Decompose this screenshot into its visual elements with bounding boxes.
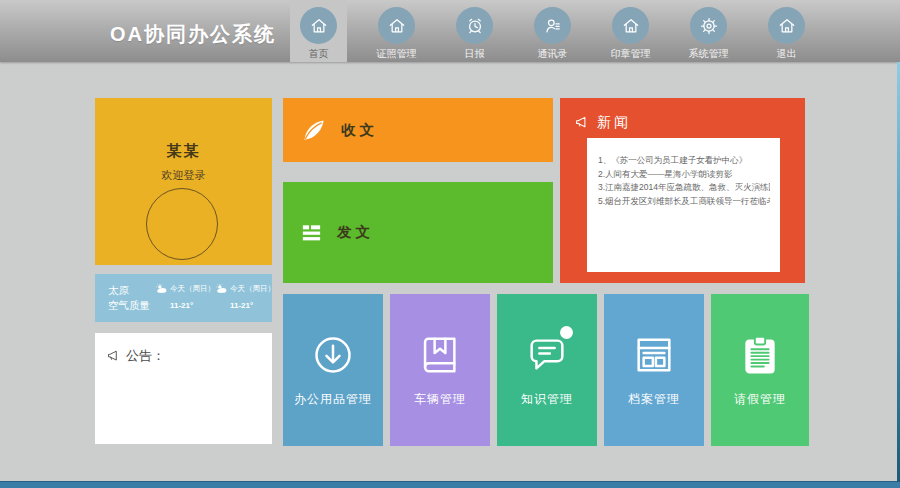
welcome-text: 欢迎登录 xyxy=(95,168,272,183)
module-archives[interactable]: 档案管理 xyxy=(604,294,704,446)
book-icon xyxy=(390,332,490,378)
notice-title: 公告： xyxy=(126,347,165,365)
weather-temp: 11-21° xyxy=(170,301,215,310)
nav-item-label: 退出 xyxy=(777,47,797,61)
sun-cloud-icon xyxy=(215,283,228,294)
avatar-placeholder-circle xyxy=(146,188,218,260)
nav-item-licenses[interactable]: 证照管理 xyxy=(368,0,425,62)
home-icon xyxy=(612,7,649,44)
megaphone-icon xyxy=(574,114,592,132)
home-icon xyxy=(378,7,415,44)
module-label: 办公用品管理 xyxy=(283,391,383,408)
megaphone-icon xyxy=(106,348,123,365)
outbox-card[interactable]: 发文 xyxy=(283,182,553,283)
module-knowledge[interactable]: 知识管理 xyxy=(497,294,597,446)
news-list: 1、《苏一公司为员工建子女看护中心》 2.人间有大爱——星海小学朗读剪影 3.江… xyxy=(587,138,780,272)
header-bar: OA协同办公系统 首页 证照管理 日报 通讯录 xyxy=(0,0,900,62)
weather-location: 太原 空气质量 xyxy=(108,283,150,313)
chat-bubble-icon xyxy=(497,332,597,378)
top-nav: 首页 证照管理 日报 通讯录 印章管理 xyxy=(290,0,836,62)
alarm-clock-icon xyxy=(456,7,493,44)
module-label: 档案管理 xyxy=(604,391,704,408)
news-item[interactable]: 5.烟台开发区刘维部长及工商联领导一行莅临考察指导 xyxy=(598,195,770,209)
news-item[interactable]: 1、《苏一公司为员工建子女看护中心》 xyxy=(598,154,770,168)
sun-cloud-icon xyxy=(155,283,168,294)
contacts-icon xyxy=(534,7,571,44)
weather-city: 太原 xyxy=(108,283,150,298)
inbox-card[interactable]: 收文 xyxy=(283,98,553,162)
clipboard-icon xyxy=(711,332,809,378)
home-icon xyxy=(300,7,337,44)
nav-item-daily-report[interactable]: 日报 xyxy=(446,0,503,62)
gear-icon xyxy=(690,7,727,44)
news-card: 新闻 1、《苏一公司为员工建子女看护中心》 2.人间有大爱——星海小学朗读剪影 … xyxy=(560,98,805,283)
module-label: 知识管理 xyxy=(497,391,597,408)
nav-item-label: 系统管理 xyxy=(689,47,729,61)
news-item[interactable]: 2.人间有大爱——星海小学朗读剪影 xyxy=(598,168,770,182)
nav-item-label: 证照管理 xyxy=(377,47,417,61)
weather-entry: 今天（周日） 11-21° xyxy=(155,283,215,310)
nav-item-system[interactable]: 系统管理 xyxy=(680,0,737,62)
nav-item-label: 日报 xyxy=(465,47,485,61)
user-name: 某某 xyxy=(95,142,272,161)
news-title: 新闻 xyxy=(597,114,631,132)
nav-item-contacts[interactable]: 通讯录 xyxy=(524,0,581,62)
weather-temp: 11-21° xyxy=(230,301,275,310)
module-label: 请假管理 xyxy=(711,391,809,408)
download-circle-icon xyxy=(283,332,383,378)
module-office-supplies[interactable]: 办公用品管理 xyxy=(283,294,383,446)
nav-item-home[interactable]: 首页 xyxy=(290,0,347,62)
weather-day: 今天（周日） xyxy=(230,284,275,294)
notification-dot xyxy=(560,326,573,339)
notice-card: 公告： xyxy=(95,333,272,444)
list-icon xyxy=(300,221,323,244)
feather-icon xyxy=(300,117,327,144)
profile-card: 某某 欢迎登录 xyxy=(95,98,272,265)
weather-card: 太原 空气质量 今天（周日） 11-21° 今天（周日） 11-21° xyxy=(95,274,272,322)
nav-item-label: 首页 xyxy=(309,47,329,61)
module-vehicles[interactable]: 车辆管理 xyxy=(390,294,490,446)
module-label: 车辆管理 xyxy=(390,391,490,408)
nav-item-logout[interactable]: 退出 xyxy=(758,0,815,62)
inbox-label: 收文 xyxy=(341,121,378,140)
weather-air-quality-label: 空气质量 xyxy=(108,298,150,313)
news-item[interactable]: 3.江南嘉捷2014年应急疏散、急救、灭火演练圆满落幕 xyxy=(598,181,770,195)
module-leave[interactable]: 请假管理 xyxy=(711,294,809,446)
weather-day: 今天（周日） xyxy=(170,284,215,294)
footer-bar xyxy=(0,481,900,488)
app-title: OA协同办公系统 xyxy=(110,21,276,48)
outbox-label: 发文 xyxy=(337,223,374,242)
nav-item-label: 印章管理 xyxy=(611,47,651,61)
nav-item-seals[interactable]: 印章管理 xyxy=(602,0,659,62)
nav-item-label: 通讯录 xyxy=(538,47,568,61)
weather-entry: 今天（周日） 11-21° xyxy=(215,283,275,310)
home-icon xyxy=(768,7,805,44)
archive-icon xyxy=(604,332,704,378)
